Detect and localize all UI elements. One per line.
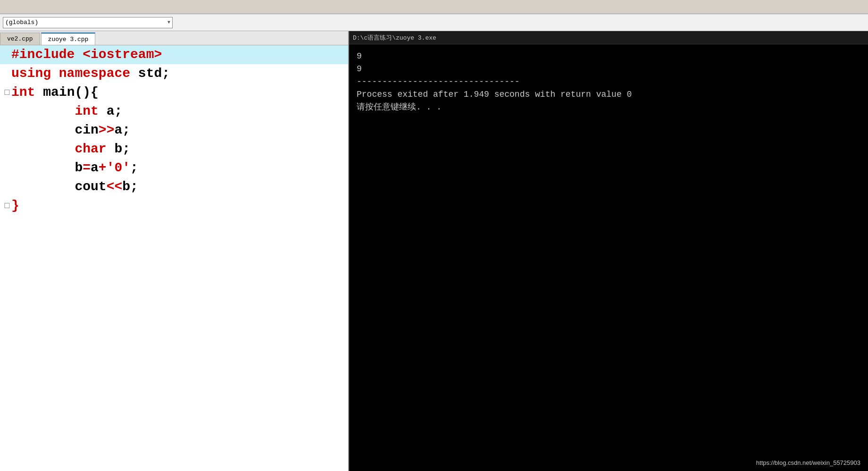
terminal-line-3: --------------------------------	[357, 76, 860, 88]
tab-zuoye3[interactable]: zuoye 3.cpp	[41, 33, 96, 45]
code-content-1: #include <iostream>	[11, 45, 162, 64]
main-area: ve2.cpp zuoye 3.cpp #include <iostream> …	[0, 31, 868, 471]
gutter-9[interactable]: □	[5, 196, 11, 215]
code-line-6: char b;	[0, 140, 348, 159]
code-editor[interactable]: #include <iostream> using namespace std;…	[0, 45, 348, 471]
code-line-2: using namespace std;	[0, 64, 348, 83]
code-line-1: #include <iostream>	[0, 45, 348, 64]
code-content-4: int a;	[11, 102, 122, 121]
code-line-9: □ }	[0, 196, 348, 215]
code-content-7: b=a+'0';	[11, 159, 138, 177]
code-line-3: □ int main(){	[0, 83, 348, 102]
code-content-2: using namespace std;	[11, 64, 170, 83]
scope-bar: (globals) ▼	[0, 14, 868, 31]
code-line-5: cin>>a;	[0, 121, 348, 140]
terminal-titlebar: D:\c语言练习\zuoye 3.exe	[349, 31, 868, 44]
tabs-bar: ve2.cpp zuoye 3.cpp	[0, 31, 348, 45]
scope-dropdown-value: (globals)	[5, 19, 38, 26]
scope-dropdown[interactable]: (globals) ▼	[3, 17, 173, 28]
code-content-8: cout<<b;	[11, 177, 138, 196]
gutter-3[interactable]: □	[5, 83, 11, 102]
code-content-6: char b;	[11, 140, 130, 159]
tab-ve2[interactable]: ve2.cpp	[0, 33, 40, 45]
terminal-title: D:\c语言练习\zuoye 3.exe	[353, 34, 436, 42]
code-line-7: b=a+'0';	[0, 159, 348, 177]
code-line-8: cout<<b;	[0, 177, 348, 196]
editor-panel: ve2.cpp zuoye 3.cpp #include <iostream> …	[0, 31, 349, 471]
code-line-4: int a;	[0, 102, 348, 121]
terminal-line-1: 9	[357, 50, 860, 63]
code-content-5: cin>>a;	[11, 121, 130, 140]
code-content-9: }	[11, 196, 19, 215]
terminal-line-4: Process exited after 1.949 seconds with …	[357, 88, 860, 101]
toolbar	[0, 0, 868, 14]
terminal-panel: D:\c语言练习\zuoye 3.exe 9 9 ---------------…	[349, 31, 868, 471]
url-watermark: https://blog.csdn.net/weixin_55725903	[754, 458, 862, 467]
code-content-3: int main(){	[11, 83, 99, 102]
terminal-body[interactable]: 9 9 -------------------------------- Pro…	[349, 44, 868, 471]
terminal-line-2: 9	[357, 63, 860, 76]
terminal-line-5: 请按任意键继续. . .	[357, 101, 860, 114]
chevron-down-icon: ▼	[167, 20, 170, 25]
